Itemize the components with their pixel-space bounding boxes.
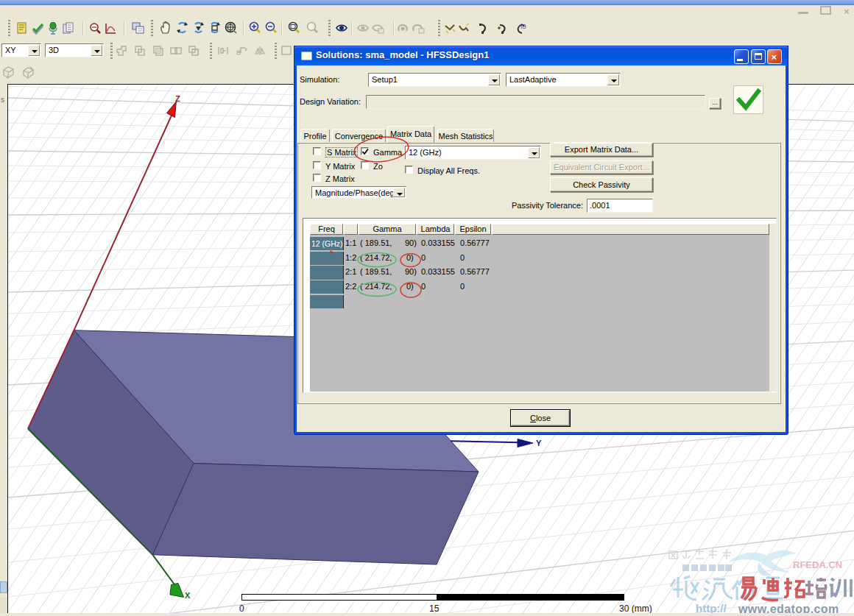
- svg-text:www.edatop.com: www.edatop.com: [738, 603, 839, 613]
- svg-text:RFEDA.CN: RFEDA.CN: [793, 559, 842, 570]
- svg-text:15: 15: [429, 603, 440, 613]
- svg-text:0: 0: [239, 603, 244, 613]
- svg-text:X: X: [185, 591, 191, 600]
- svg-text:Z: Z: [175, 94, 180, 103]
- svg-text:30 (mm): 30 (mm): [619, 603, 652, 613]
- svg-text:f0: f0: [520, 23, 526, 30]
- svg-text:Y: Y: [536, 439, 542, 447]
- svg-text:http://: http://: [696, 602, 727, 613]
